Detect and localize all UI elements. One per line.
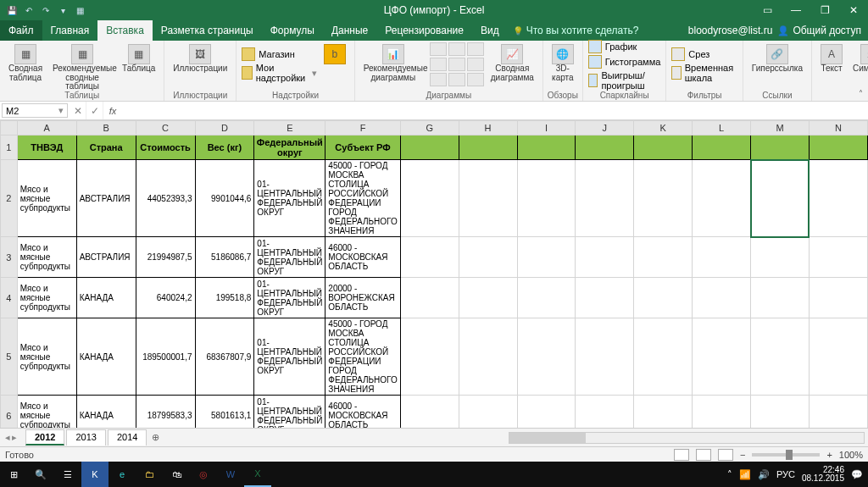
cell-M6[interactable] [751,396,810,429]
taskbar-store[interactable]: 🛍 [163,462,190,487]
minimize-button[interactable]: — [782,0,810,20]
cell-J4[interactable] [576,278,634,318]
tab-view[interactable]: Вид [472,20,508,41]
cell-I3[interactable] [517,237,576,278]
share-button[interactable]: Общий доступ [777,25,861,36]
cell-A3[interactable]: Мясо и мясные субпродукты [17,237,76,278]
taskbar-explorer[interactable]: 🗀 [136,462,163,487]
cell-E3[interactable]: 01-ЦЕНТРАЛЬНЫЙ ФЕДЕРАЛЬНЫЙ ОКРУГ [254,237,326,278]
col-header-I[interactable]: I [517,121,576,136]
account-label[interactable]: bloodyrose@list.ru [688,25,773,36]
tray-notifications-icon[interactable]: 💬 [851,469,863,480]
cell-B3[interactable]: АВСТРАЛИЯ [76,237,136,278]
cell-E6[interactable]: 01-ЦЕНТРАЛЬНЫЙ ФЕДЕРАЛЬНЫЙ ОКРУГ [254,396,326,429]
cell-B2[interactable]: АВСТРАЛИЯ [76,160,136,237]
cell-N2[interactable] [809,160,867,237]
cell-J5[interactable] [576,318,634,396]
row-header-1[interactable]: 1 [1,136,18,160]
col-header-G[interactable]: G [400,121,459,136]
task-view-button[interactable]: ☰ [54,462,81,487]
sheet-nav-first[interactable]: ◂ [5,432,10,443]
text-button[interactable]: AТекст [817,42,846,75]
row-header-6[interactable]: 6 [1,396,18,429]
cell-K3[interactable] [634,237,693,278]
store-button[interactable]: Магазин [242,47,316,61]
zoom-level[interactable]: 100% [839,450,863,460]
cell-J3[interactable] [576,237,634,278]
view-page-break-button[interactable] [718,449,733,461]
tray-clock[interactable]: 22:4608.12.2015 [802,466,844,484]
cell-K6[interactable] [634,396,693,429]
cell-J2[interactable] [576,160,634,237]
col-header-C[interactable]: C [136,121,195,136]
tab-data[interactable]: Данные [323,20,376,41]
cell-L2[interactable] [693,160,751,237]
cell-C3[interactable]: 21994987,5 [136,237,195,278]
start-button[interactable]: ⊞ [0,462,27,487]
close-button[interactable]: ✕ [839,0,868,20]
cell-H3[interactable] [459,237,517,278]
cell-L3[interactable] [693,237,751,278]
cell-L6[interactable] [693,396,751,429]
tab-page-layout[interactable]: Разметка страницы [153,20,262,41]
taskbar-word[interactable]: W [217,462,244,487]
col-header-J[interactable]: J [576,121,634,136]
cell-C2[interactable]: 44052393,3 [136,160,195,237]
view-page-layout-button[interactable] [696,449,711,461]
cell-A4[interactable]: Мясо и мясные субпродукты [17,278,76,318]
undo-icon[interactable]: ↶ [22,3,36,17]
zoom-slider[interactable] [752,453,820,457]
cell-I5[interactable] [517,318,576,396]
tray-volume-icon[interactable]: 🔊 [758,469,770,480]
tab-insert[interactable]: Вставка [97,20,153,41]
cell-H2[interactable] [459,160,517,237]
cell-D4[interactable]: 199518,8 [195,278,254,318]
view-normal-button[interactable] [674,449,689,461]
3d-map-button[interactable]: 🌐3D- карта [548,42,577,84]
cell-D5[interactable]: 68367807,9 [195,318,254,396]
my-addins-button[interactable]: Мои надстройки▾ [242,63,316,83]
col-header-F[interactable]: F [326,121,400,136]
col-header-N[interactable]: N [809,121,867,136]
cell-E5[interactable]: 01-ЦЕНТРАЛЬНЫЙ ФЕДЕРАЛЬНЫЙ ОКРУГ [254,318,326,396]
cell-K2[interactable] [634,160,693,237]
timeline-button[interactable]: Временная шкала [671,63,737,83]
slicer-button[interactable]: Срез [671,47,737,61]
chart-type-gallery[interactable] [430,42,484,86]
cell-N3[interactable] [809,237,867,278]
row-header-5[interactable]: 5 [1,318,18,396]
cell-A6[interactable]: Мясо и мясные субпродукты [17,396,76,429]
tell-me[interactable]: Что вы хотите сделать? [513,25,639,36]
cell-M2[interactable] [751,160,810,237]
symbols-button[interactable]: ΩСимволы [849,42,868,75]
cell-G5[interactable] [400,318,459,396]
ribbon-options-icon[interactable]: ▭ [753,0,782,20]
sparkline-column-button[interactable]: Гистограмма [588,55,661,69]
cell-H5[interactable] [459,318,517,396]
cell-F3[interactable]: 46000 - МОСКОВСКАЯ ОБЛАСТЬ [326,237,400,278]
cell-B5[interactable]: КАНАДА [76,318,136,396]
maximize-button[interactable]: ❐ [810,0,839,20]
cell-I6[interactable] [517,396,576,429]
horizontal-scrollbar[interactable] [509,432,865,444]
cancel-formula-button[interactable]: ✕ [70,102,86,119]
col-header-M[interactable]: M [751,121,810,136]
cell-M3[interactable] [751,237,810,278]
taskbar-edge[interactable]: e [108,462,136,487]
cell-F4[interactable]: 20000 - ВОРОНЕЖСКАЯ ОБЛАСТЬ [326,278,400,318]
cell-H6[interactable] [459,396,517,429]
name-box[interactable]: M2▾ [2,103,68,118]
worksheet-grid[interactable]: ABCDEFGHIJKLMN1ТНВЭДСтранаСтоимостьВес (… [0,120,868,428]
cell-C6[interactable]: 18799583,3 [136,396,195,429]
cell-H4[interactable] [459,278,517,318]
touch-mode-icon[interactable]: ▦ [73,3,86,17]
sheet-nav-last[interactable]: ▸ [12,432,17,443]
cell-C5[interactable]: 189500001,7 [136,318,195,396]
collapse-ribbon-button[interactable]: ˄ [854,87,866,99]
cell-A2[interactable]: Мясо и мясные субпродукты [17,160,76,237]
cell-I2[interactable] [517,160,576,237]
illustrations-button[interactable]: 🖼Иллюстрации [170,42,231,75]
taskbar-app-1[interactable]: K [81,462,108,487]
tray-language[interactable]: РУС [776,469,795,479]
col-header-B[interactable]: B [76,121,136,136]
